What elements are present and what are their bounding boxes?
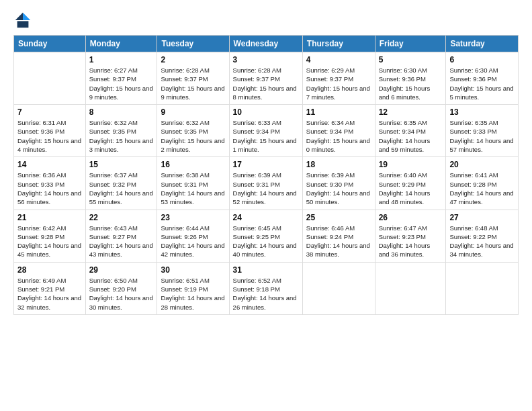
weekday-header: Sunday [14,36,86,52]
day-info: Sunrise: 6:27 AM Sunset: 9:37 PM Dayligh… [89,66,154,101]
calendar-cell: 2 Sunrise: 6:28 AM Sunset: 9:37 PM Dayli… [157,52,229,105]
calendar-cell [446,262,519,314]
day-number: 9 [161,107,225,117]
day-info: Sunrise: 6:40 AM Sunset: 9:29 PM Dayligh… [379,171,443,206]
calendar-cell: 11 Sunrise: 6:34 AM Sunset: 9:34 PM Dayl… [302,105,375,157]
day-info: Sunrise: 6:28 AM Sunset: 9:37 PM Dayligh… [161,66,225,101]
day-info: Sunrise: 6:50 AM Sunset: 9:20 PM Dayligh… [89,276,154,312]
day-number: 6 [449,55,515,64]
calendar-week-row: 1 Sunrise: 6:27 AM Sunset: 9:37 PM Dayli… [14,52,519,105]
day-number: 27 [449,213,515,222]
calendar-week-row: 21 Sunrise: 6:42 AM Sunset: 9:28 PM Dayl… [14,210,519,262]
day-info: Sunrise: 6:35 AM Sunset: 9:33 PM Dayligh… [449,118,515,154]
day-number: 15 [89,160,154,169]
calendar-cell: 29 Sunrise: 6:50 AM Sunset: 9:20 PM Dayl… [85,262,157,314]
day-info: Sunrise: 6:51 AM Sunset: 9:19 PM Dayligh… [161,276,225,312]
calendar-cell: 23 Sunrise: 6:44 AM Sunset: 9:26 PM Dayl… [157,210,229,262]
day-info: Sunrise: 6:38 AM Sunset: 9:31 PM Dayligh… [161,171,225,206]
day-info: Sunrise: 6:30 AM Sunset: 9:36 PM Dayligh… [379,66,443,101]
day-number: 8 [89,107,154,117]
day-info: Sunrise: 6:49 AM Sunset: 9:21 PM Dayligh… [17,276,82,312]
calendar-week-row: 14 Sunrise: 6:36 AM Sunset: 9:33 PM Dayl… [14,157,519,210]
day-info: Sunrise: 6:44 AM Sunset: 9:26 PM Dayligh… [161,224,225,259]
calendar-cell [375,262,446,314]
calendar-cell: 24 Sunrise: 6:45 AM Sunset: 9:25 PM Dayl… [229,210,302,262]
weekday-header: Friday [375,36,446,52]
day-info: Sunrise: 6:36 AM Sunset: 9:33 PM Dayligh… [17,171,82,206]
calendar-cell: 1 Sunrise: 6:27 AM Sunset: 9:37 PM Dayli… [85,52,157,105]
calendar-cell: 30 Sunrise: 6:51 AM Sunset: 9:19 PM Dayl… [157,262,229,314]
day-number: 11 [306,107,371,117]
day-number: 31 [233,265,299,275]
day-number: 4 [306,55,371,64]
day-number: 17 [233,160,299,169]
calendar-cell: 10 Sunrise: 6:33 AM Sunset: 9:34 PM Dayl… [229,105,302,157]
day-number: 25 [306,213,371,222]
calendar-cell: 31 Sunrise: 6:52 AM Sunset: 9:18 PM Dayl… [229,262,302,314]
calendar-cell: 25 Sunrise: 6:46 AM Sunset: 9:24 PM Dayl… [302,210,375,262]
day-number: 29 [89,265,154,275]
day-number: 19 [379,160,443,169]
day-info: Sunrise: 6:42 AM Sunset: 9:28 PM Dayligh… [17,224,82,259]
logo-icon [13,11,32,30]
day-number: 10 [233,107,299,117]
day-number: 7 [17,107,82,117]
day-number: 16 [161,160,225,169]
calendar-cell: 14 Sunrise: 6:36 AM Sunset: 9:33 PM Dayl… [14,157,86,210]
weekday-header: Wednesday [229,36,302,52]
day-info: Sunrise: 6:39 AM Sunset: 9:31 PM Dayligh… [233,171,299,206]
calendar-cell: 7 Sunrise: 6:31 AM Sunset: 9:36 PM Dayli… [14,105,86,157]
day-number: 2 [161,55,225,64]
weekday-header: Saturday [446,36,519,52]
day-info: Sunrise: 6:30 AM Sunset: 9:36 PM Dayligh… [449,66,515,101]
calendar-cell: 3 Sunrise: 6:28 AM Sunset: 9:37 PM Dayli… [229,52,302,105]
day-number: 13 [449,107,515,117]
calendar-cell: 18 Sunrise: 6:39 AM Sunset: 9:30 PM Dayl… [302,157,375,210]
day-info: Sunrise: 6:32 AM Sunset: 9:35 PM Dayligh… [89,118,154,154]
page: SundayMondayTuesdayWednesdayThursdayFrid… [0,0,532,411]
day-info: Sunrise: 6:48 AM Sunset: 9:22 PM Dayligh… [449,224,515,259]
calendar-cell: 20 Sunrise: 6:41 AM Sunset: 9:28 PM Dayl… [446,157,519,210]
calendar-cell: 26 Sunrise: 6:47 AM Sunset: 9:23 PM Dayl… [375,210,446,262]
day-info: Sunrise: 6:45 AM Sunset: 9:25 PM Dayligh… [233,224,299,259]
calendar-cell: 16 Sunrise: 6:38 AM Sunset: 9:31 PM Dayl… [157,157,229,210]
day-number: 30 [161,265,225,275]
day-number: 20 [449,160,515,169]
svg-rect-2 [17,21,29,28]
calendar-cell: 13 Sunrise: 6:35 AM Sunset: 9:33 PM Dayl… [446,105,519,157]
day-info: Sunrise: 6:35 AM Sunset: 9:34 PM Dayligh… [379,118,443,154]
calendar-cell: 21 Sunrise: 6:42 AM Sunset: 9:28 PM Dayl… [14,210,86,262]
calendar-cell: 28 Sunrise: 6:49 AM Sunset: 9:21 PM Dayl… [14,262,86,314]
calendar-cell: 19 Sunrise: 6:40 AM Sunset: 9:29 PM Dayl… [375,157,446,210]
calendar-week-row: 7 Sunrise: 6:31 AM Sunset: 9:36 PM Dayli… [14,105,519,157]
day-info: Sunrise: 6:43 AM Sunset: 9:27 PM Dayligh… [89,224,154,259]
day-info: Sunrise: 6:46 AM Sunset: 9:24 PM Dayligh… [306,224,371,259]
calendar-cell [302,262,375,314]
calendar-cell: 6 Sunrise: 6:30 AM Sunset: 9:36 PM Dayli… [446,52,519,105]
day-info: Sunrise: 6:52 AM Sunset: 9:18 PM Dayligh… [233,276,299,312]
day-number: 14 [17,160,82,169]
svg-marker-0 [23,13,30,20]
calendar-cell: 27 Sunrise: 6:48 AM Sunset: 9:22 PM Dayl… [446,210,519,262]
day-info: Sunrise: 6:34 AM Sunset: 9:34 PM Dayligh… [306,118,371,154]
calendar-cell: 15 Sunrise: 6:37 AM Sunset: 9:32 PM Dayl… [85,157,157,210]
calendar-cell: 5 Sunrise: 6:30 AM Sunset: 9:36 PM Dayli… [375,52,446,105]
logo [13,11,35,30]
calendar-cell: 8 Sunrise: 6:32 AM Sunset: 9:35 PM Dayli… [85,105,157,157]
calendar-table: SundayMondayTuesdayWednesdayThursdayFrid… [13,35,519,315]
day-number: 22 [89,213,154,222]
day-info: Sunrise: 6:37 AM Sunset: 9:32 PM Dayligh… [89,171,154,206]
day-info: Sunrise: 6:28 AM Sunset: 9:37 PM Dayligh… [233,66,299,101]
calendar-week-row: 28 Sunrise: 6:49 AM Sunset: 9:21 PM Dayl… [14,262,519,314]
day-info: Sunrise: 6:32 AM Sunset: 9:35 PM Dayligh… [161,118,225,154]
calendar-cell: 17 Sunrise: 6:39 AM Sunset: 9:31 PM Dayl… [229,157,302,210]
day-number: 24 [233,213,299,222]
calendar-cell: 12 Sunrise: 6:35 AM Sunset: 9:34 PM Dayl… [375,105,446,157]
calendar-cell: 9 Sunrise: 6:32 AM Sunset: 9:35 PM Dayli… [157,105,229,157]
day-info: Sunrise: 6:39 AM Sunset: 9:30 PM Dayligh… [306,171,371,206]
day-info: Sunrise: 6:31 AM Sunset: 9:36 PM Dayligh… [17,118,82,154]
day-number: 23 [161,213,225,222]
day-info: Sunrise: 6:29 AM Sunset: 9:37 PM Dayligh… [306,66,371,101]
weekday-header: Thursday [302,36,375,52]
day-info: Sunrise: 6:47 AM Sunset: 9:23 PM Dayligh… [379,224,443,259]
